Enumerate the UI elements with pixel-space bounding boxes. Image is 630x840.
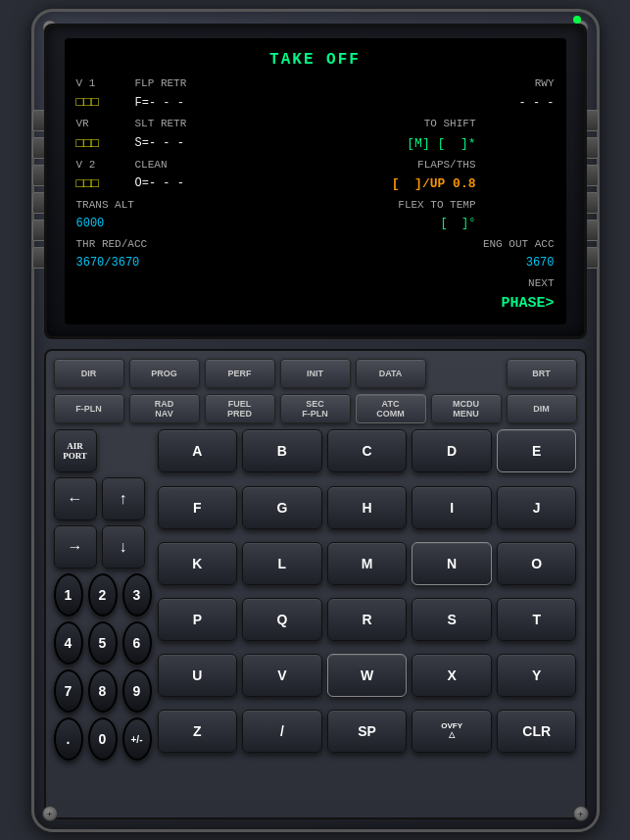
- btn-ovfy[interactable]: OVFY△: [412, 710, 492, 753]
- btn-perf[interactable]: PERF: [205, 359, 275, 388]
- btn-H[interactable]: H: [327, 486, 408, 529]
- num-row1: 1 2 3: [54, 573, 152, 617]
- btn-sp[interactable]: SP: [327, 710, 408, 753]
- r1d2: F=- - -: [135, 94, 253, 113]
- btn-dir[interactable]: DIR: [54, 359, 124, 388]
- btn-C[interactable]: C: [327, 429, 408, 472]
- btn-dot[interactable]: .: [54, 717, 83, 761]
- btn-I[interactable]: I: [412, 486, 492, 529]
- btn-9[interactable]: 9: [122, 669, 152, 713]
- btn-U[interactable]: U: [158, 654, 238, 697]
- btn-data[interactable]: DATA: [356, 359, 426, 388]
- num-row3: 7 8 9: [54, 669, 152, 713]
- btn-init[interactable]: INIT: [280, 359, 351, 388]
- btn-V[interactable]: V: [242, 654, 322, 697]
- btn-Z[interactable]: Z: [158, 710, 238, 753]
- btn-1[interactable]: 1: [54, 573, 83, 617]
- btn-radnav[interactable]: RADNAV: [129, 394, 200, 423]
- btn-clr[interactable]: CLR: [497, 710, 577, 753]
- r5h2: [253, 236, 476, 253]
- btn-T[interactable]: T: [497, 598, 577, 641]
- r3d2: O=- - -: [135, 174, 253, 193]
- screen-container: TAKE OFF V 1 FLP RETR RWY □□□ F=- - - - …: [44, 24, 587, 340]
- left-arrows-row2: → ↓: [54, 525, 152, 568]
- btn-J[interactable]: J: [497, 486, 577, 529]
- screen-row1-data: □□□ F=- - - - - -: [76, 93, 555, 113]
- r3d3: [ ]/UP 0.8: [253, 174, 476, 194]
- screw-br: [573, 806, 589, 821]
- btn-empty1: [431, 359, 502, 388]
- btn-5[interactable]: 5: [88, 621, 118, 665]
- screen-row3-header: V 2 CLEAN FLAPS/THS: [76, 157, 555, 173]
- num-row4: . 0 +/-: [54, 717, 152, 761]
- btn-K[interactable]: K: [158, 542, 238, 585]
- btn-airport[interactable]: AIRPORT: [54, 429, 97, 472]
- btn-N[interactable]: N: [412, 542, 492, 585]
- screen-row4-header: TRANS ALT FLEX TO TEMP: [76, 197, 555, 214]
- r5h3: ENG OUT ACC: [476, 236, 555, 253]
- btn-8[interactable]: 8: [88, 669, 118, 713]
- btn-X[interactable]: X: [412, 654, 492, 697]
- next-phase-area: NEXT PHASE>: [76, 275, 555, 315]
- btn-atccomm[interactable]: ATCCOMM: [356, 394, 426, 423]
- left-keys: AIRPORT ← ↑ → ↓ 1 2 3: [54, 429, 152, 761]
- screw-bl: [42, 806, 58, 821]
- r1h3: [253, 75, 476, 92]
- screen-display: TAKE OFF V 1 FLP RETR RWY □□□ F=- - - - …: [65, 38, 566, 325]
- btn-P[interactable]: P: [158, 598, 238, 641]
- btn-Y[interactable]: Y: [497, 654, 577, 697]
- btn-A[interactable]: A: [158, 429, 238, 472]
- btn-W[interactable]: W: [327, 654, 408, 697]
- keyboard-panel: DIR PROG PERF INIT DATA BRT F-PLN RADNAV…: [44, 349, 587, 818]
- btn-E[interactable]: E: [497, 429, 577, 472]
- r1h2: FLP RETR: [135, 75, 253, 92]
- r3h3: FLAPS/THS: [253, 157, 476, 173]
- r4h3: FLEX TO TEMP: [253, 197, 476, 214]
- main-keyboard: AIRPORT ← ↑ → ↓ 1 2 3: [54, 429, 577, 761]
- r2d2: S=- - -: [135, 134, 253, 153]
- btn-7[interactable]: 7: [54, 669, 83, 713]
- btn-G[interactable]: G: [242, 486, 322, 529]
- btn-Q[interactable]: Q: [242, 598, 322, 641]
- btn-arrow-down[interactable]: ↓: [102, 525, 145, 568]
- btn-D[interactable]: D: [412, 429, 492, 472]
- btn-R[interactable]: R: [327, 598, 408, 641]
- btn-6[interactable]: 6: [122, 621, 152, 665]
- r1h1: V 1: [76, 75, 135, 92]
- status-indicator: [573, 16, 581, 24]
- btn-slash[interactable]: /: [242, 710, 322, 753]
- btn-brt[interactable]: BRT: [507, 359, 577, 388]
- btn-4[interactable]: 4: [54, 621, 83, 665]
- r1d4: - - -: [476, 94, 555, 113]
- screen-row1-header: V 1 FLP RETR RWY: [76, 75, 555, 92]
- screen-row4-data: 6000 [ ]°: [76, 215, 555, 233]
- btn-B[interactable]: B: [242, 429, 322, 472]
- btn-0[interactable]: 0: [88, 717, 118, 761]
- r4h2: [135, 197, 253, 214]
- btn-arrow-right[interactable]: →: [54, 525, 97, 568]
- btn-L[interactable]: L: [242, 542, 322, 585]
- btn-prog[interactable]: PROG: [129, 359, 200, 388]
- mcdu-device: TAKE OFF V 1 FLP RETR RWY □□□ F=- - - - …: [31, 9, 600, 832]
- btn-S[interactable]: S: [412, 598, 492, 641]
- btn-dim[interactable]: DIM: [507, 394, 577, 423]
- btn-secfpln[interactable]: SECF-PLN: [280, 394, 351, 423]
- left-arrows-row1: ← ↑: [54, 477, 152, 520]
- btn-mcdumenu[interactable]: MCDUMENU: [431, 394, 502, 423]
- btn-M[interactable]: M: [327, 542, 408, 585]
- btn-fpln[interactable]: F-PLN: [54, 394, 124, 423]
- r5h1: THR RED/ACC: [76, 236, 253, 253]
- btn-F[interactable]: F: [158, 486, 238, 529]
- btn-arrow-left[interactable]: ←: [54, 477, 97, 520]
- btn-arrow-up[interactable]: ↑: [102, 477, 145, 520]
- r2h3: TO SHIFT: [253, 116, 476, 132]
- btn-O[interactable]: O: [497, 542, 577, 585]
- btn-fuelpred[interactable]: FUELPRED: [205, 394, 275, 423]
- left-top-row: AIRPORT: [54, 429, 152, 472]
- btn-plusminus[interactable]: +/-: [122, 717, 152, 761]
- r3h1: V 2: [76, 157, 135, 173]
- btn-2[interactable]: 2: [88, 573, 118, 617]
- screen-row2-header: VR SLT RETR TO SHIFT: [76, 116, 555, 132]
- btn-3[interactable]: 3: [122, 573, 152, 617]
- r2d1: □□□: [76, 134, 135, 154]
